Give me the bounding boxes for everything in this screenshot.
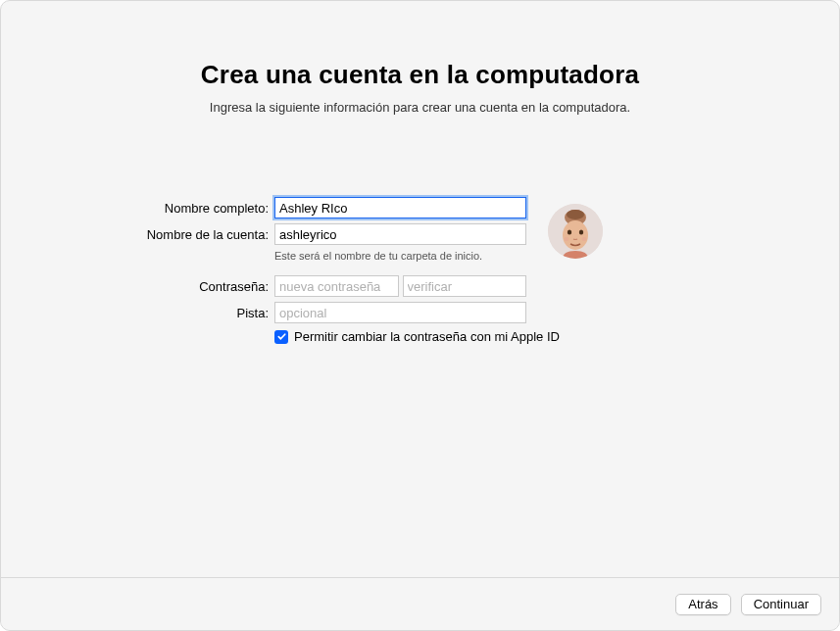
account-name-label: Nombre de la cuenta: [1, 227, 274, 242]
checkmark-icon [276, 331, 287, 342]
header: Crea una cuenta en la computadora Ingres… [1, 1, 839, 115]
password-label: Contraseña: [1, 279, 274, 294]
allow-appleid-checkbox[interactable] [274, 330, 288, 344]
continue-button[interactable]: Continuar [741, 594, 821, 615]
hint-input[interactable] [274, 302, 526, 323]
hint-label: Pista: [1, 306, 274, 320]
account-name-hint: Este será el nombre de tu carpeta de ini… [274, 250, 839, 262]
password-input[interactable] [274, 275, 399, 297]
setup-assistant-window: Crea una cuenta en la computadora Ingres… [0, 0, 840, 631]
page-title: Crea una cuenta en la computadora [1, 60, 839, 90]
account-form: Nombre completo: Nombre de la cuenta: Es… [1, 197, 839, 344]
back-button[interactable]: Atrás [675, 594, 730, 615]
account-name-input[interactable] [274, 223, 526, 245]
password-verify-input[interactable] [403, 275, 527, 297]
page-subtitle: Ingresa la siguiente información para cr… [1, 100, 839, 115]
full-name-input[interactable] [274, 197, 526, 218]
footer: Atrás Continuar [1, 577, 839, 630]
full-name-label: Nombre completo: [1, 201, 274, 216]
allow-appleid-label: Permitir cambiar la contraseña con mi Ap… [294, 329, 560, 344]
